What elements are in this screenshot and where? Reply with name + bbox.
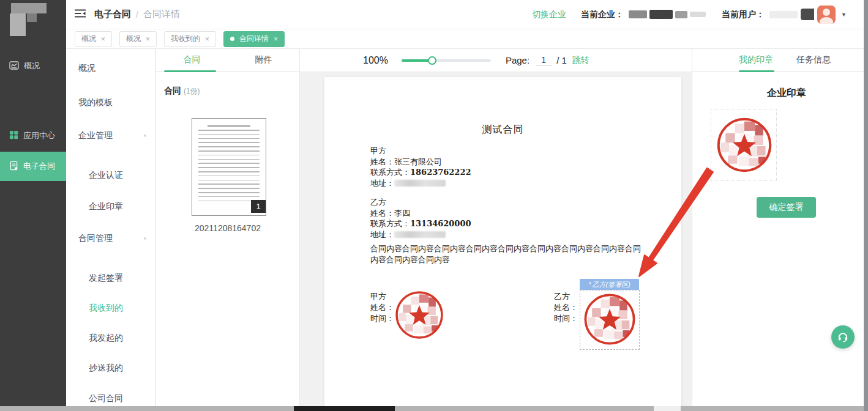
nav-item-contract-management[interactable]: 合同管理∧ [66,232,155,244]
tab-label: 概况 [81,34,96,44]
breadcrumb-root[interactable]: 电子合同 [94,9,131,20]
sidebar-item-app-center[interactable]: 应用中心 [0,121,66,150]
tab-overview-1[interactable]: 概况 × [75,31,112,47]
line-chart-icon [9,61,19,72]
nav-item-enterprise-auth[interactable]: 企业认证 [66,169,155,181]
chevron-up-icon: ∧ [143,131,147,141]
nav-item-cc-me[interactable]: 抄送我的 [66,361,155,374]
tab-label: 概况 [126,34,141,44]
tab-my-seals[interactable]: 我的印章 [739,54,773,65]
contract-doc-icon [9,161,18,172]
page-jump-link[interactable]: 跳转 [572,55,589,66]
chevron-up-icon: ∧ [143,234,147,243]
opened-tabs-bar: 概况 × 概况 × 我收到的 × 合同详情 × [66,29,864,49]
slider-knob[interactable] [428,56,436,65]
document-viewport[interactable]: 测试合同 甲方 姓名：张三有限公司 联系方式：18623762222 地址： 乙… [300,72,692,406]
current-user-redacted [801,9,814,20]
active-tab-underline [739,70,774,72]
sidebar-item-overview[interactable]: 概况 [0,51,66,81]
logo-redaction-block [10,13,26,36]
tab-contract-detail[interactable]: 合同详情 × [223,31,285,47]
user-avatar[interactable] [817,6,836,24]
current-company-label: 当前企业： [581,9,624,20]
contract-doc-name[interactable]: 20211208164702 [156,223,299,233]
sign-zone-box[interactable] [580,290,640,350]
logo-redaction-block [11,3,47,13]
close-icon[interactable]: × [205,35,209,43]
tab-overview-2[interactable]: 概况 × [119,31,157,47]
breadcrumb-separator: / [136,10,138,20]
chevron-down-icon[interactable]: ▼ [841,12,847,18]
tab-attachments[interactable]: 附件 [228,49,299,71]
logo-redaction-block [27,13,37,22]
current-user-redacted [769,11,798,18]
enterprise-seal-item[interactable] [711,109,777,181]
nav-item-enterprise-seal[interactable]: 企业印章 [66,200,155,212]
contract-thumbnail[interactable]: 1 [192,118,266,216]
close-icon[interactable]: × [274,35,278,43]
list-panel-tabs: 合同 附件 [156,49,299,72]
contract-list-panel: 合同 附件 合同 (1份) 1 20211208164702 [156,49,300,406]
app-grid-icon [9,130,18,141]
current-company-redacted [629,10,706,19]
party-a-block: 甲方 姓名：张三有限公司 联系方式：18623762222 地址： [370,146,471,188]
viewer-toolbar: 100% Page: / 1 跳转 [300,49,692,72]
app-logo [0,0,66,51]
headset-icon [837,331,849,343]
tab-received[interactable]: 我收到的 × [164,31,216,47]
current-user-label: 当前用户： [722,9,765,20]
page-label: Page: [506,55,529,65]
background-window-fragment [654,406,681,411]
tab-contract-files[interactable]: 合同 [156,49,228,71]
sidebar-item-e-contract[interactable]: 电子合同 [0,152,66,181]
page-total: / 1 [556,55,567,65]
party-b-seal-image [582,292,637,347]
nav-item-overview[interactable]: 概况 [66,62,155,74]
contract-body: 合同内容合同内容合同内容合同内容合同内容合同内容合同内容合同内容合同 内容合同内… [370,243,641,265]
window-right-edge [864,0,868,411]
close-icon[interactable]: × [101,35,105,43]
page-number-input[interactable] [536,55,552,65]
current-user-area[interactable]: ▼ [769,6,847,24]
confirm-sign-button[interactable]: 确定签署 [757,197,816,218]
tab-label: 合同详情 [239,34,269,44]
nav-item-initiate-sign[interactable]: 发起签署 [66,272,155,284]
app-sidebar: 概况 应用中心 电子合同 [0,0,66,406]
enterprise-seal-image [715,116,774,174]
sidebar-item-label: 概况 [24,61,40,72]
active-tab-underline [164,70,216,72]
background-window-fragment [294,406,395,411]
thumbnail-page-badge: 1 [251,200,266,213]
nav-item-initiated[interactable]: 我发起的 [66,331,155,344]
party-a-phone: 18623762222 [410,168,471,177]
nav-item-enterprise-management[interactable]: 企业管理∧ [66,129,155,141]
contract-count: (1份) [184,87,200,95]
module-nav-sidebar: 概况 我的模板 企业管理∧ 企业认证 企业印章 合同管理∧ 发起签署 我收到的 … [66,49,156,406]
window-bottom-edge [0,406,864,411]
app-window: 概况 应用中心 电子合同 电子合同 / 合同详情 切换企业 当前企业： [0,0,868,411]
nav-item-received[interactable]: 我收到的 [66,302,155,314]
signing-panel: 我的印章 任务信息 企业印章 确定签署 [692,49,864,406]
top-header: 电子合同 / 合同详情 切换企业 当前企业： 当前用户： ▼ [66,0,864,29]
contract-group-title: 合同 (1份) [164,86,200,97]
document-viewer: 100% Page: / 1 跳转 测试合同 甲方 姓名：张三有限公司 联系方式… [300,49,692,406]
party-b-phone: 13134620000 [410,219,471,228]
nav-item-company-contracts[interactable]: 公司合同 [66,392,155,404]
switch-company-link[interactable]: 切换企业 [532,9,566,20]
sign-b-labels: 乙方 姓名： 时间： [554,291,578,324]
sign-a-labels: 甲方 姓名： 时间： [370,291,394,324]
party-b-address-redacted [394,231,446,238]
menu-fold-icon[interactable] [75,9,86,20]
nav-item-my-templates[interactable]: 我的模板 [66,96,155,108]
sidebar-item-label: 电子合同 [23,161,55,172]
close-icon[interactable]: × [146,35,150,43]
customer-service-button[interactable] [831,325,855,349]
sidebar-item-label: 应用中心 [23,130,55,141]
zoom-percent: 100% [363,55,388,66]
zoom-slider[interactable] [402,56,491,65]
contract-page: 测试合同 甲方 姓名：张三有限公司 联系方式：18623762222 地址： 乙… [324,77,681,406]
seal-section-title: 企业印章 [701,87,868,100]
tab-task-info[interactable]: 任务信息 [796,54,831,65]
tab-label: 我收到的 [171,34,200,44]
contract-title: 测试合同 [324,124,681,136]
